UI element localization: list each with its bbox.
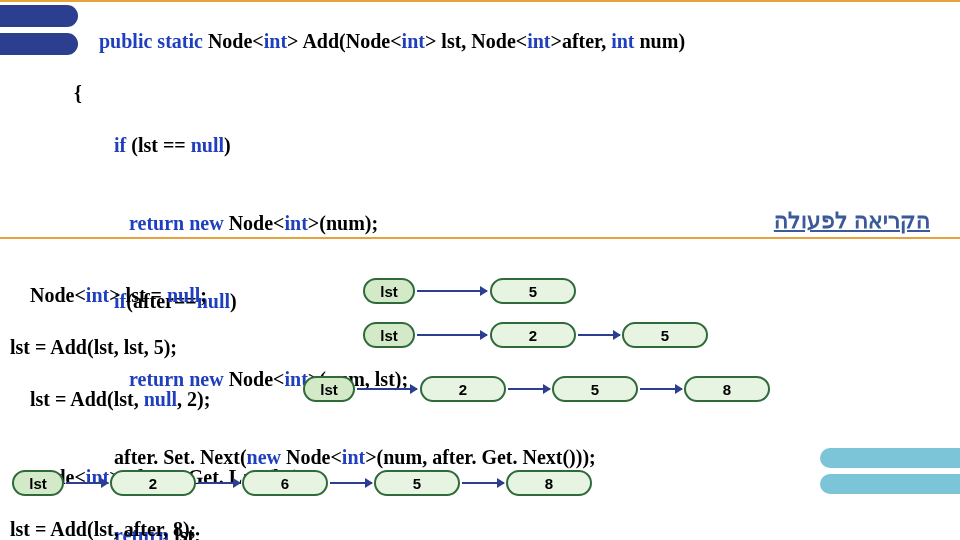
lst-bubble-row3: lst: [303, 376, 355, 402]
arrow-row2-2: [578, 334, 620, 336]
blob-right-1: [820, 448, 960, 468]
node-row3-3: 8: [684, 376, 770, 402]
node-row3-1: 2: [420, 376, 506, 402]
arrow-row4-2: [198, 482, 240, 484]
arrow-row4-1: [66, 482, 108, 484]
arrow-row3-1: [357, 388, 417, 390]
code-block-example-calls: Node<int> lst = null; lst = Add(lst, lst…: [10, 256, 307, 540]
arrow-row3-2: [508, 388, 550, 390]
blob-left-1: [0, 5, 78, 27]
arrow-row3-3: [640, 388, 682, 390]
node-row4-4: 8: [506, 470, 592, 496]
arrow-row2-1: [417, 334, 487, 336]
lst-bubble-row4: lst: [12, 470, 64, 496]
blob-right-2: [820, 474, 960, 494]
node-row4-3: 5: [374, 470, 460, 496]
node-row4-2: 6: [242, 470, 328, 496]
node-row4-1: 2: [110, 470, 196, 496]
node-row2-2: 5: [622, 322, 708, 348]
node-row2-1: 2: [490, 322, 576, 348]
blob-left-2: [0, 33, 78, 55]
lst-bubble-row2: lst: [363, 322, 415, 348]
arrow-row4-4: [462, 482, 504, 484]
hebrew-caption: הקריאה לפעולה: [774, 208, 930, 234]
arrow-row1-1: [417, 290, 487, 292]
lst-bubble-row1: lst: [363, 278, 415, 304]
node-row3-2: 5: [552, 376, 638, 402]
node-row1-1: 5: [490, 278, 576, 304]
arrow-row4-3: [330, 482, 372, 484]
